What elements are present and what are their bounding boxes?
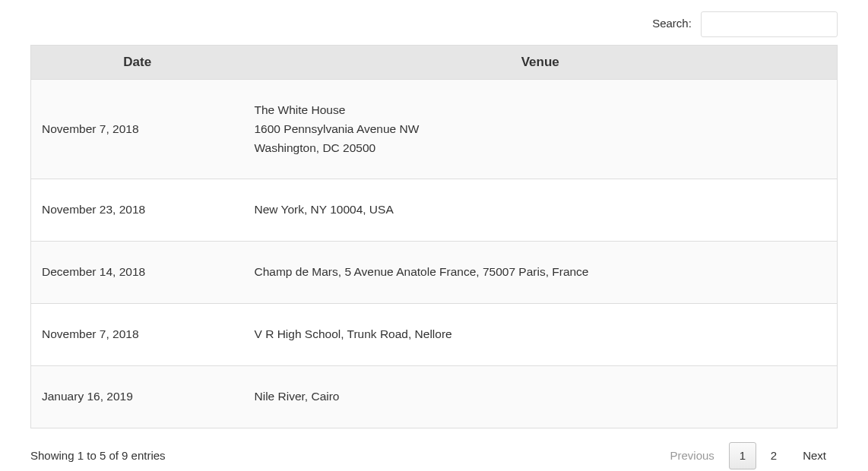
cell-venue: V R High School, Trunk Road, Nellore xyxy=(244,303,838,365)
cell-date: January 16, 2019 xyxy=(31,365,244,428)
table-row: December 14, 2018 Champ de Mars, 5 Avenu… xyxy=(31,242,838,304)
cell-date: November 23, 2018 xyxy=(31,179,244,242)
cell-date: November 7, 2018 xyxy=(31,303,244,365)
table-row: January 16, 2019 Nile River, Cairo xyxy=(31,365,838,428)
pagination: Previous 1 2 Next xyxy=(655,442,838,469)
cell-venue: New York, NY 10004, USA xyxy=(244,179,838,242)
column-header-date[interactable]: Date xyxy=(31,46,244,80)
column-header-venue[interactable]: Venue xyxy=(244,46,838,80)
table-row: November 23, 2018 New York, NY 10004, US… xyxy=(31,179,838,242)
table-body: November 7, 2018 The White House 1600 Pe… xyxy=(31,80,838,428)
table-row: November 7, 2018 The White House 1600 Pe… xyxy=(31,80,838,179)
cell-venue: The White House 1600 Pennsylvania Avenue… xyxy=(244,80,838,179)
pagination-previous-button[interactable]: Previous xyxy=(658,442,725,469)
table-row: November 7, 2018 V R High School, Trunk … xyxy=(31,303,838,365)
cell-date: November 7, 2018 xyxy=(31,80,244,179)
pagination-page-2[interactable]: 2 xyxy=(759,442,788,469)
cell-date: December 14, 2018 xyxy=(31,242,244,304)
table-footer: Showing 1 to 5 of 9 entries Previous 1 2… xyxy=(30,442,838,469)
search-wrapper: Search: xyxy=(30,11,838,37)
pagination-next-button[interactable]: Next xyxy=(791,442,838,469)
cell-venue: Nile River, Cairo xyxy=(244,365,838,428)
search-input[interactable] xyxy=(701,11,838,37)
cell-venue: Champ de Mars, 5 Avenue Anatole France, … xyxy=(244,242,838,304)
pagination-page-1[interactable]: 1 xyxy=(729,442,756,469)
search-label: Search: xyxy=(652,17,692,30)
table-info: Showing 1 to 5 of 9 entries xyxy=(30,449,166,462)
events-table: Date Venue November 7, 2018 The White Ho… xyxy=(30,45,838,428)
